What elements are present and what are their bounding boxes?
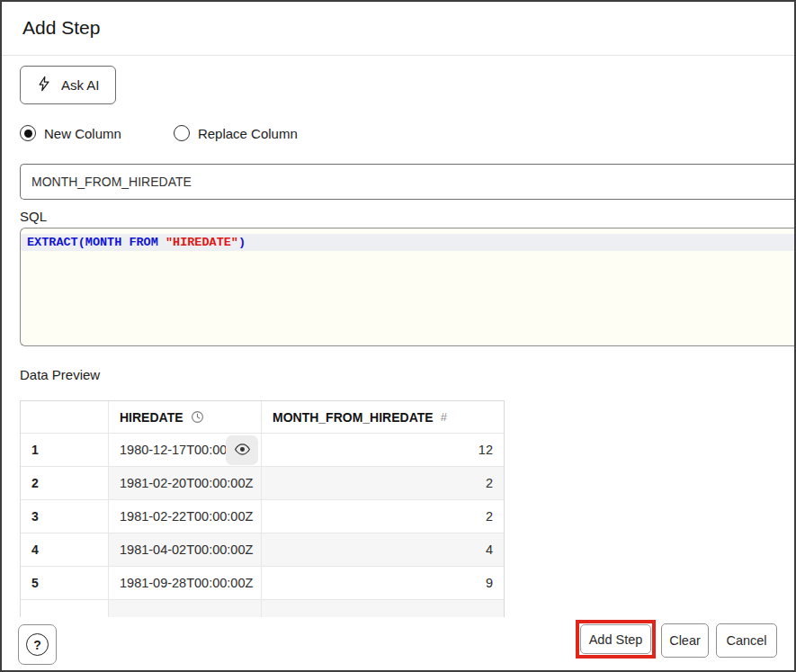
table-row: 21981-02-20T00:00:00Z2 bbox=[21, 467, 504, 500]
preview-table: HIREDATE MONTH_FROM_HIREDATE # 11980-12-… bbox=[20, 400, 505, 617]
sql-token: EXTRACT(MONTH FROM bbox=[27, 236, 165, 249]
row-number: 5 bbox=[31, 576, 39, 590]
row-number-cell: 4 bbox=[21, 533, 108, 566]
hiredate-cell: 1981-09-28T00:00:00Z bbox=[108, 567, 261, 599]
sql-code-line: EXTRACT(MONTH FROM "HIREDATE") bbox=[27, 236, 246, 249]
row-number: 3 bbox=[31, 509, 39, 524]
hiredate-cell: 1981-02-20T00:00:00Z bbox=[108, 467, 261, 499]
sql-token: "HIREDATE" bbox=[165, 236, 238, 249]
row-number: 2 bbox=[31, 476, 39, 490]
preview-table-header: HIREDATE MONTH_FROM_HIREDATE # bbox=[21, 401, 504, 434]
add-step-dialog: Add Step Ask AI New Column Replace Colum… bbox=[0, 0, 796, 672]
add-step-button[interactable]: Add Step bbox=[580, 624, 651, 654]
radio-replace-column[interactable]: Replace Column bbox=[174, 125, 298, 141]
sql-code-editor[interactable]: EXTRACT(MONTH FROM "HIREDATE") bbox=[20, 228, 794, 346]
row-number: 1 bbox=[31, 443, 39, 457]
month-from-hiredate-cell: 9 bbox=[261, 567, 504, 599]
radio-circle-icon bbox=[20, 125, 36, 141]
page-title: Add Step bbox=[22, 17, 100, 39]
hiredate-value: 1981-02-20T00:00:00Z bbox=[120, 476, 253, 490]
ask-ai-button[interactable]: Ask AI bbox=[20, 66, 116, 104]
hiredate-value: 1981-02-22T00:00:00Z bbox=[120, 509, 253, 524]
clear-button[interactable]: Clear bbox=[661, 623, 709, 658]
eye-preview-button[interactable] bbox=[226, 435, 258, 465]
row-number-cell: 3 bbox=[21, 500, 108, 533]
month-from-hiredate-cell bbox=[261, 600, 504, 617]
radio-label: Replace Column bbox=[198, 126, 298, 141]
month-value: 9 bbox=[486, 576, 493, 590]
hiredate-cell: 1981-02-22T00:00:00Z bbox=[108, 500, 261, 533]
hiredate-value: 1981-09-28T00:00:00Z bbox=[120, 576, 253, 590]
table-row bbox=[21, 600, 504, 617]
row-number: 4 bbox=[31, 542, 39, 557]
row-number-cell: 5 bbox=[21, 567, 108, 599]
number-hash-icon: # bbox=[441, 410, 447, 424]
clock-icon bbox=[191, 410, 204, 424]
month-value: 12 bbox=[478, 443, 493, 457]
data-preview-label: Data Preview bbox=[20, 367, 100, 382]
month-value: 2 bbox=[486, 509, 493, 524]
help-button[interactable]: ? bbox=[18, 624, 57, 665]
radio-label: New Column bbox=[44, 126, 121, 141]
month-value: 4 bbox=[486, 542, 493, 557]
cancel-button[interactable]: Cancel bbox=[716, 623, 777, 658]
month-from-hiredate-cell: 4 bbox=[261, 533, 504, 566]
header-cell-rownum bbox=[21, 401, 108, 433]
hiredate-cell: 1981-04-02T00:00:00Z bbox=[108, 533, 261, 566]
table-row: 41981-04-02T00:00:00Z4 bbox=[21, 533, 504, 567]
add-step-highlight-annotation: Add Step bbox=[576, 620, 656, 659]
sql-token: ) bbox=[238, 236, 246, 249]
column-mode-group: New Column Replace Column bbox=[20, 123, 298, 143]
column-header-label: HIREDATE bbox=[120, 410, 183, 425]
table-row: 31981-02-22T00:00:00Z2 bbox=[21, 500, 504, 533]
preview-table-body: 11980-12-17T00:00:00Z1221981-02-20T00:00… bbox=[21, 434, 504, 617]
table-row: 11980-12-17T00:00:00Z12 bbox=[21, 434, 504, 467]
row-number-cell: 1 bbox=[21, 434, 108, 466]
radio-circle-icon bbox=[174, 125, 190, 141]
month-value: 2 bbox=[486, 476, 493, 490]
column-header-label: MONTH_FROM_HIREDATE bbox=[273, 410, 434, 425]
month-from-hiredate-cell: 2 bbox=[261, 467, 504, 499]
column-name-input[interactable] bbox=[20, 164, 794, 200]
radio-new-column[interactable]: New Column bbox=[20, 125, 121, 141]
row-number-cell bbox=[21, 600, 108, 617]
header-cell-month-from-hiredate[interactable]: MONTH_FROM_HIREDATE # bbox=[261, 401, 504, 433]
table-row: 51981-09-28T00:00:00Z9 bbox=[21, 567, 504, 600]
header-cell-hiredate[interactable]: HIREDATE bbox=[108, 401, 261, 433]
month-from-hiredate-cell: 12 bbox=[261, 434, 504, 466]
eye-icon bbox=[234, 441, 251, 461]
title-divider bbox=[2, 55, 794, 56]
question-mark-icon: ? bbox=[26, 633, 49, 656]
hiredate-cell: 1980-12-17T00:00:00Z bbox=[108, 434, 261, 466]
hiredate-value: 1981-04-02T00:00:00Z bbox=[120, 542, 253, 557]
ask-ai-label: Ask AI bbox=[61, 77, 100, 93]
lightning-bolt-icon bbox=[36, 76, 52, 94]
sql-label: SQL bbox=[20, 209, 47, 224]
row-number-cell: 2 bbox=[21, 467, 108, 499]
month-from-hiredate-cell: 2 bbox=[261, 500, 504, 533]
hiredate-cell bbox=[108, 600, 261, 617]
